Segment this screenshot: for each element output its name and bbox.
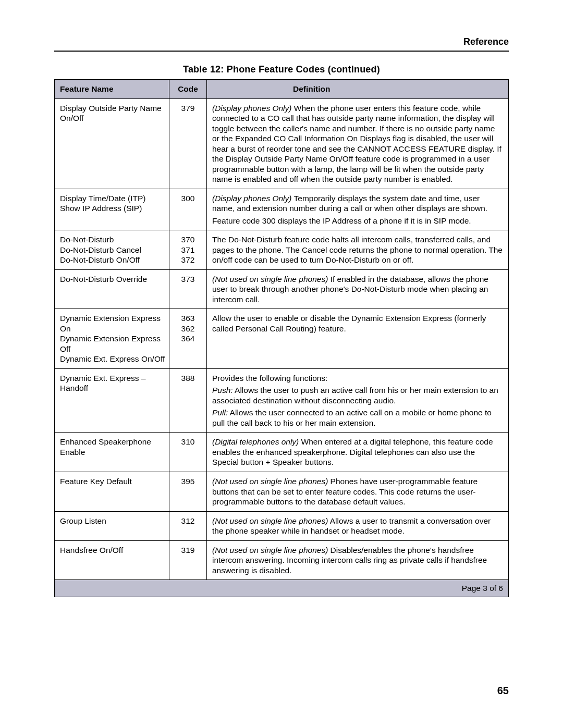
- table-row: Display Time/Date (ITP)Show IP Address (…: [55, 189, 509, 230]
- cell-definition: (Not used on single line phones) Allows …: [207, 511, 509, 540]
- cell-feature-name: Do-Not-DisturbDo-Not-Disturb CancelDo-No…: [55, 230, 169, 270]
- table-row: Feature Key Default395(Not used on singl…: [55, 472, 509, 511]
- cell-code: 373: [169, 269, 207, 309]
- cell-code: 395: [169, 472, 207, 511]
- cell-definition: (Display phones Only) Temporarily displa…: [207, 189, 509, 230]
- cell-feature-name: Feature Key Default: [55, 472, 169, 511]
- cell-code: 300: [169, 189, 207, 230]
- table-row: Dynamic Extension Express OnDynamic Exte…: [55, 309, 509, 369]
- cell-definition: (Display phones Only) When the phone use…: [207, 98, 509, 189]
- cell-definition: (Not used on single line phones) Disable…: [207, 540, 509, 580]
- table-caption: Table 12: Phone Feature Codes (continued…: [54, 64, 509, 75]
- table-row: Dynamic Ext. Express – Handoff388Provide…: [55, 368, 509, 433]
- col-header-code: Code: [169, 80, 207, 99]
- cell-code: 388: [169, 368, 207, 433]
- table-pager-row: Page 3 of 6: [55, 580, 509, 597]
- table-pager: Page 3 of 6: [55, 580, 509, 597]
- cell-code: 312: [169, 511, 207, 540]
- col-header-definition: Definition: [207, 80, 509, 99]
- cell-feature-name: Do-Not-Disturb Override: [55, 269, 169, 309]
- table-row: Do-Not-Disturb Override373(Not used on s…: [55, 269, 509, 309]
- cell-feature-name: Dynamic Ext. Express – Handoff: [55, 368, 169, 433]
- feature-codes-table: Feature Name Code Definition Display Out…: [54, 79, 509, 597]
- cell-code: 379: [169, 98, 207, 189]
- cell-definition: Provides the following functions:Push: A…: [207, 368, 509, 433]
- cell-code: 370371372: [169, 230, 207, 270]
- table-header-row: Feature Name Code Definition: [55, 80, 509, 99]
- col-header-name: Feature Name: [55, 80, 169, 99]
- table-row: Do-Not-DisturbDo-Not-Disturb CancelDo-No…: [55, 230, 509, 270]
- cell-feature-name: Enhanced Speakerphone Enable: [55, 433, 169, 472]
- table-row: Group Listen312(Not used on single line …: [55, 511, 509, 540]
- cell-feature-name: Handsfree On/Off: [55, 540, 169, 580]
- page-header: Reference: [54, 36, 509, 52]
- cell-code: 310: [169, 433, 207, 472]
- cell-definition: The Do-Not-Disturb feature code halts al…: [207, 230, 509, 270]
- cell-definition: (Not used on single line phones) Phones …: [207, 472, 509, 511]
- table-row: Enhanced Speakerphone Enable310(Digital …: [55, 433, 509, 472]
- page: Reference Table 12: Phone Feature Codes …: [0, 0, 563, 728]
- table-row: Handsfree On/Off319(Not used on single l…: [55, 540, 509, 580]
- page-number: 65: [497, 685, 509, 697]
- table-row: Display Outside Party NameOn/Off379(Disp…: [55, 98, 509, 189]
- cell-definition: (Not used on single line phones) If enab…: [207, 269, 509, 309]
- cell-definition: Allow the user to enable or disable the …: [207, 309, 509, 369]
- cell-feature-name: Display Time/Date (ITP)Show IP Address (…: [55, 189, 169, 230]
- cell-definition: (Digital telephones only) When entered a…: [207, 433, 509, 472]
- cell-feature-name: Display Outside Party NameOn/Off: [55, 98, 169, 189]
- cell-feature-name: Dynamic Extension Express OnDynamic Exte…: [55, 309, 169, 369]
- cell-feature-name: Group Listen: [55, 511, 169, 540]
- cell-code: 319: [169, 540, 207, 580]
- cell-code: 363362364: [169, 309, 207, 369]
